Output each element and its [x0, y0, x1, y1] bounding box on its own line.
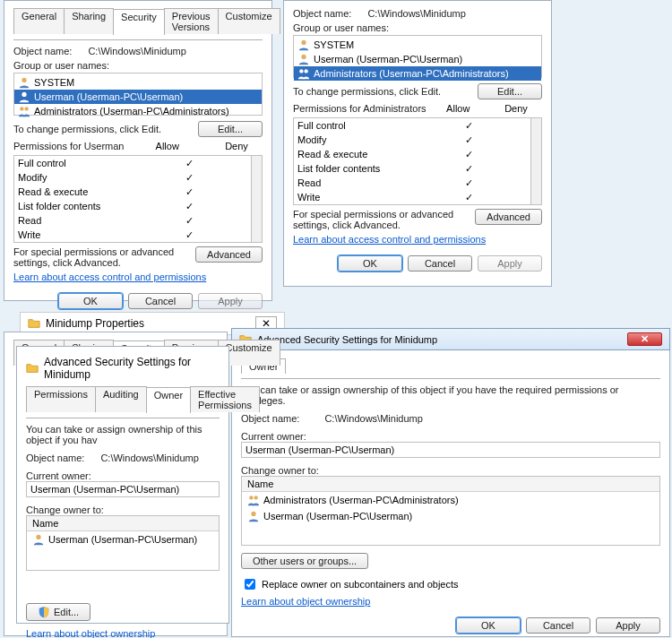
ok-button[interactable]: OK	[338, 255, 402, 272]
object-name-value: C:\Windows\Minidump	[367, 8, 465, 19]
adv-tab-row: Permissions Auditing Owner Effective Per…	[26, 386, 220, 412]
current-owner-field: Userman (Userman-PC\Userman)	[241, 442, 660, 458]
properties-title: Minidump Properties	[46, 317, 144, 330]
user-system[interactable]: SYSTEM	[294, 38, 541, 52]
learn-owner-link[interactable]: Learn about object ownership	[26, 628, 155, 638]
edit-button[interactable]: Edit...	[198, 121, 263, 137]
scrollbar[interactable]	[251, 156, 262, 242]
perm-table: Full control Modify Read & execute List …	[293, 117, 542, 205]
edit-shield-button[interactable]: Edit...	[26, 603, 90, 621]
user-system-label: SYSTEM	[34, 77, 74, 88]
svg-point-7	[304, 69, 307, 73]
user-system[interactable]: SYSTEM	[14, 75, 262, 90]
tab-sharing[interactable]: Sharing	[64, 8, 114, 34]
advanced-button[interactable]: Advanced	[195, 246, 263, 263]
group-icon	[297, 67, 310, 80]
user-admins-label: Administrators (Userman-PC\Administrator…	[314, 68, 509, 79]
svg-point-8	[36, 535, 40, 539]
svg-point-11	[251, 512, 255, 516]
group-label: Group or user names:	[13, 60, 263, 71]
perm-deny	[489, 190, 530, 204]
perm-allow	[448, 176, 489, 190]
edit-button[interactable]: Edit...	[478, 83, 542, 99]
special-perm-instr: For special permissions or advanced sett…	[13, 246, 175, 268]
user-userman[interactable]: Userman (Userman-PC\Userman)	[14, 90, 262, 104]
advanced-panel-left: Advanced Security Settings for Minidump …	[16, 346, 229, 624]
special-perm-instr: For special permissions or advanced sett…	[293, 209, 454, 230]
tab-customize[interactable]: Customize	[218, 8, 280, 34]
security-panel-left: General Sharing Security Previous Versio…	[4, 0, 272, 301]
tab-auditing[interactable]: Auditing	[95, 386, 147, 412]
apply-button[interactable]: Apply	[198, 293, 263, 309]
perm-deny	[489, 147, 530, 161]
tab-owner[interactable]: Owner	[146, 387, 191, 413]
group-icon	[18, 105, 30, 117]
owner-instr: You can take or assign ownership of this…	[241, 384, 660, 406]
owner-list[interactable]: Name Userman (Userman-PC\Userman)	[26, 515, 220, 571]
perm-list: List folder contents	[14, 199, 168, 213]
svg-point-6	[299, 69, 303, 73]
svg-point-0	[22, 78, 26, 82]
owner-row-userman[interactable]: Userman (Userman-PC\Userman)	[242, 508, 659, 524]
perm-deny	[489, 161, 530, 176]
learn-acl-link[interactable]: Learn about access control and permissio…	[293, 234, 486, 245]
ok-button[interactable]: OK	[456, 617, 521, 634]
user-admins[interactable]: Administrators (Userman-PC\Administrator…	[14, 104, 262, 118]
user-list[interactable]: SYSTEM Userman (Userman-PC\Userman) Admi…	[13, 73, 263, 116]
perm-full: Full control	[294, 118, 448, 133]
other-users-button[interactable]: Other users or groups...	[241, 553, 368, 569]
change-perm-instr: To change permissions, click Edit.	[13, 124, 161, 134]
shield-icon	[38, 606, 50, 618]
perm-deny	[210, 213, 251, 228]
svg-point-1	[22, 92, 26, 97]
perm-full: Full control	[14, 156, 168, 170]
perm-allow	[168, 185, 210, 199]
svg-point-5	[301, 55, 306, 59]
tab-security[interactable]: Security	[113, 9, 165, 35]
user-list[interactable]: SYSTEM Userman (Userman-PC\Userman) Admi…	[293, 35, 542, 78]
owner-instr: You can take or assign ownership of this…	[26, 424, 220, 445]
tab-previous-versions[interactable]: Previous Versions	[164, 8, 219, 34]
owner-name: Administrators (Userman-PC\Administrator…	[263, 495, 459, 505]
perm-deny	[489, 133, 530, 147]
object-name-label: Object name:	[26, 453, 84, 463]
perm-list: List folder contents	[294, 161, 448, 176]
owner-name: Userman (Userman-PC\Userman)	[263, 511, 412, 522]
learn-owner-link[interactable]: Learn about object ownership	[241, 596, 370, 607]
ok-button[interactable]: OK	[58, 293, 123, 309]
owner-row-admins[interactable]: Administrators (Userman-PC\Administrator…	[242, 492, 659, 508]
advanced-button[interactable]: Advanced	[475, 209, 542, 225]
name-col: Name	[242, 477, 659, 492]
current-owner-label: Current owner:	[26, 470, 220, 481]
allow-col: Allow	[437, 103, 478, 114]
change-owner-label: Change owner to:	[26, 504, 220, 515]
close-button[interactable]: ✕	[627, 332, 662, 346]
tab-permissions[interactable]: Permissions	[26, 386, 96, 412]
cancel-button[interactable]: Cancel	[526, 617, 590, 634]
replace-owner-checkbox[interactable]	[245, 579, 255, 590]
cancel-button[interactable]: Cancel	[128, 293, 193, 309]
replace-owner-label: Replace owner on subcontainers and objec…	[262, 579, 459, 590]
change-owner-label: Change owner to:	[241, 465, 660, 476]
user-userman[interactable]: Userman (Userman-PC\Userman)	[294, 52, 541, 66]
apply-button[interactable]: Apply	[478, 255, 542, 272]
tab-general[interactable]: General	[13, 8, 65, 34]
user-admins[interactable]: Administrators (Userman-PC\Administrator…	[294, 66, 541, 81]
perm-allow	[168, 199, 210, 213]
scrollbar[interactable]	[530, 118, 541, 204]
learn-acl-link[interactable]: Learn about access control and permissio…	[13, 272, 206, 282]
svg-point-4	[301, 40, 306, 45]
adv-title-bar[interactable]: Advanced Security Settings for Minidump …	[231, 328, 670, 350]
owner-list[interactable]: Name Administrators (Userman-PC\Administ…	[241, 476, 660, 546]
apply-button[interactable]: Apply	[596, 617, 660, 634]
adv-title-row: Advanced Security Settings for Minidump	[26, 354, 220, 386]
tab-effective-permissions[interactable]: Effective Permissions	[190, 386, 260, 412]
svg-point-2	[20, 107, 23, 110]
perm-read: Read	[294, 176, 448, 190]
object-name-label: Object name:	[293, 8, 351, 19]
cancel-button[interactable]: Cancel	[408, 255, 472, 272]
svg-point-9	[249, 496, 253, 499]
svg-point-3	[24, 107, 28, 110]
owner-row[interactable]: Userman (Userman-PC\Userman)	[27, 531, 219, 547]
perm-deny	[210, 170, 251, 185]
